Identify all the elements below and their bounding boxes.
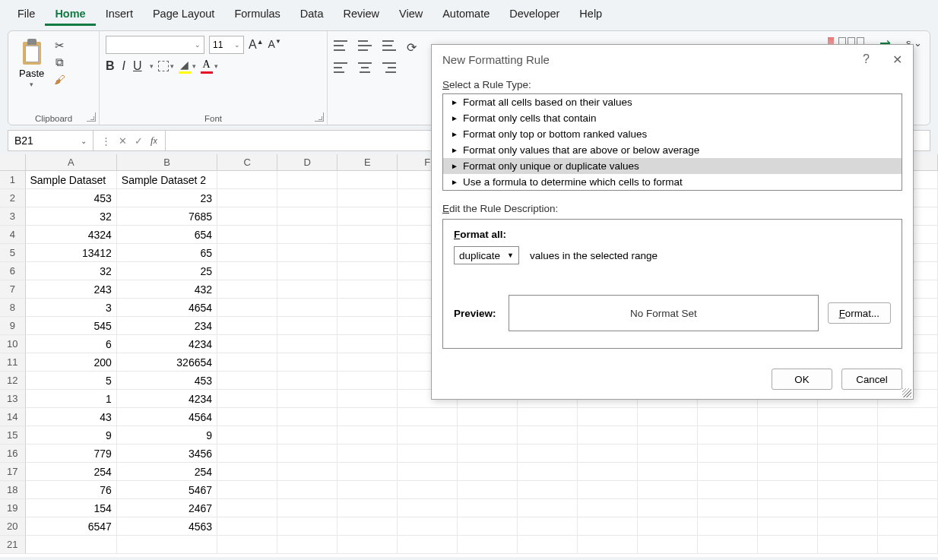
cell[interactable] (758, 426, 818, 445)
cell[interactable]: 25 (117, 262, 217, 280)
cell[interactable] (638, 463, 698, 481)
align-center-icon[interactable] (358, 62, 372, 73)
cell[interactable] (217, 517, 277, 536)
cell[interactable] (638, 499, 698, 517)
cell[interactable] (26, 536, 117, 554)
cell[interactable]: 254 (117, 463, 217, 481)
align-middle-icon[interactable] (358, 40, 372, 51)
cell[interactable]: 4654 (117, 299, 217, 317)
cell[interactable] (518, 499, 578, 517)
increase-font-icon[interactable]: A▲ (249, 38, 264, 52)
cell[interactable] (217, 536, 277, 554)
cell[interactable] (277, 499, 337, 517)
row-header[interactable]: 19 (0, 499, 26, 517)
cell[interactable] (818, 408, 878, 426)
cell[interactable] (217, 171, 277, 189)
cell[interactable]: 65 (117, 244, 217, 262)
row-header[interactable]: 16 (0, 445, 26, 463)
cell[interactable] (337, 171, 398, 189)
cell[interactable] (578, 426, 638, 445)
cell[interactable] (277, 317, 337, 335)
format-button[interactable]: Format... (828, 302, 891, 324)
cell[interactable] (337, 481, 398, 499)
cell[interactable]: 545 (26, 317, 117, 335)
paste-button[interactable]: Paste ▾ (14, 36, 49, 91)
font-color-button[interactable]: A▾ (201, 59, 218, 74)
cell[interactable] (277, 372, 337, 390)
cell[interactable]: 3456 (117, 445, 217, 463)
cell[interactable] (217, 372, 277, 390)
cell[interactable] (458, 408, 518, 426)
row-header[interactable]: 18 (0, 481, 26, 499)
underline-button[interactable]: U (133, 59, 142, 73)
italic-button[interactable]: I (122, 59, 125, 73)
cell[interactable] (458, 426, 518, 445)
cell[interactable] (337, 445, 398, 463)
cell[interactable] (698, 426, 758, 445)
font-name-dropdown[interactable]: ⌄ (106, 36, 204, 54)
cell[interactable] (337, 244, 398, 262)
cell[interactable] (398, 426, 458, 445)
menu-review[interactable]: Review (333, 3, 389, 26)
cell[interactable] (518, 426, 578, 445)
cell[interactable] (398, 408, 458, 426)
cell[interactable]: 2467 (117, 499, 217, 517)
cell[interactable] (698, 481, 758, 499)
orientation-icon[interactable]: ⟳ (407, 40, 417, 55)
cell[interactable] (518, 463, 578, 481)
cell[interactable] (578, 408, 638, 426)
cell[interactable] (337, 189, 398, 207)
cell[interactable] (818, 463, 878, 481)
row-header[interactable]: 21 (0, 536, 26, 554)
cell[interactable] (337, 517, 398, 536)
cell[interactable]: 154 (26, 499, 117, 517)
cell[interactable] (818, 536, 878, 554)
cell[interactable]: 4563 (117, 517, 217, 536)
cell[interactable] (277, 445, 337, 463)
cell[interactable]: Sample Dataset (26, 171, 117, 189)
align-left-icon[interactable] (334, 62, 347, 73)
cell[interactable] (277, 408, 337, 426)
cell[interactable] (337, 226, 398, 244)
cell[interactable] (217, 499, 277, 517)
cell[interactable]: 779 (26, 445, 117, 463)
cell[interactable]: 4564 (117, 408, 217, 426)
cell[interactable] (458, 499, 518, 517)
cell[interactable] (578, 445, 638, 463)
cell[interactable] (337, 372, 398, 390)
enter-formula-icon[interactable]: ✓ (135, 135, 143, 147)
menu-help[interactable]: Help (569, 3, 612, 26)
cell[interactable] (578, 517, 638, 536)
cell[interactable] (398, 536, 458, 554)
cell[interactable]: 200 (26, 353, 117, 372)
name-box[interactable]: B21 ⌄ (8, 131, 93, 150)
decrease-font-icon[interactable]: A▼ (268, 38, 281, 52)
cell[interactable] (578, 499, 638, 517)
menu-data[interactable]: Data (290, 3, 334, 26)
cell[interactable]: Sample Dataset 2 (117, 171, 217, 189)
cell[interactable] (217, 481, 277, 499)
row-header[interactable]: 13 (0, 390, 26, 408)
cell[interactable] (217, 335, 277, 353)
cell[interactable] (878, 481, 938, 499)
select-all-corner[interactable] (0, 154, 26, 171)
cell[interactable] (117, 536, 217, 554)
cell[interactable] (518, 481, 578, 499)
format-painter-icon[interactable]: 🖌 (52, 72, 67, 86)
dialog-titlebar[interactable]: New Formatting Rule ? ✕ (432, 45, 913, 74)
cell[interactable] (217, 299, 277, 317)
cell[interactable]: 76 (26, 481, 117, 499)
cell[interactable] (217, 207, 277, 226)
cell[interactable] (878, 463, 938, 481)
cell[interactable] (818, 499, 878, 517)
cell[interactable] (277, 226, 337, 244)
cell[interactable] (458, 517, 518, 536)
cell[interactable]: 32 (26, 262, 117, 280)
cell[interactable] (217, 280, 277, 299)
cell[interactable] (398, 481, 458, 499)
cancel-formula-icon[interactable]: ✕ (119, 135, 127, 147)
cell[interactable]: 254 (26, 463, 117, 481)
rule-type-item[interactable]: ►Format all cells based on their values (443, 94, 902, 110)
cell[interactable] (277, 280, 337, 299)
cell[interactable] (277, 517, 337, 536)
